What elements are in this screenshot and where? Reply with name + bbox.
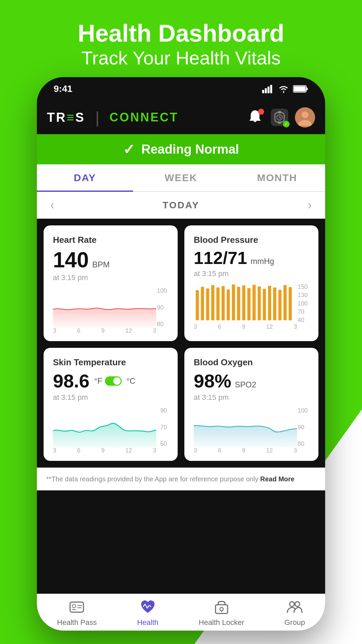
heart-rate-unit: BPM [92,260,110,269]
blood-oxygen-value: 98% [194,370,231,391]
heart-pulse-icon [139,598,157,615]
avatar[interactable] [295,107,315,127]
blood-oxygen-y-labels: 1009080 [298,407,309,447]
heart-rate-chart: 1009080 369123 [53,287,168,334]
watch-check-icon: ✓ [283,121,290,127]
tab-day[interactable]: DAY [37,164,133,191]
svg-point-14 [302,111,308,118]
svg-rect-0 [262,90,264,93]
tab-week[interactable]: WEEK [133,164,229,191]
svg-rect-16 [201,287,204,320]
svg-rect-18 [211,285,214,320]
wifi-icon [278,85,289,93]
blood-oxygen-x-labels: 369123 [194,447,297,454]
svg-rect-33 [289,287,292,320]
nav-group[interactable]: Group [285,598,305,627]
skin-temperature-card: Skin Temperature 98.6 °F °C at 3:15 pm [44,348,178,461]
blood-pressure-time: at 3:15 pm [194,269,309,278]
next-date-button[interactable]: › [308,198,312,212]
blood-oxygen-title: Blood Oxygen [194,357,309,368]
svg-point-35 [72,604,76,608]
svg-rect-9 [278,121,281,124]
svg-rect-24 [242,285,245,320]
bottom-nav: Health Pass Health Health Locker [37,594,325,631]
tab-month[interactable]: MONTH [229,164,325,191]
heart-rate-card: Heart Rate 140 BPM at 3:15 pm [44,225,178,341]
svg-rect-22 [232,284,235,320]
svg-point-43 [295,602,300,606]
header-icons: ✓ [247,107,315,127]
blood-pressure-x-labels: 369123 [194,323,297,330]
heart-rate-x-labels: 369123 [53,327,156,334]
blood-oxygen-time: at 3:15 pm [194,393,309,402]
id-card-icon [68,598,85,615]
blood-oxygen-chart: 1009080 369123 [194,407,309,454]
skin-temp-title: Skin Temperature [53,357,168,368]
app-header: TR≡S | CONNECT ✓ [37,101,325,134]
connect-label: CONNECT [110,110,179,124]
status-icons [262,85,308,93]
nav-health-locker[interactable]: Health Locker [199,598,244,627]
svg-rect-26 [252,285,255,320]
svg-rect-3 [270,85,272,93]
phone-frame: 9:41 TR≡S [37,77,325,631]
health-locker-label: Health Locker [199,618,244,627]
reading-bar: ✓ Reading Normal [37,134,325,164]
svg-rect-31 [278,290,281,320]
svg-point-42 [290,602,294,606]
skin-temp-value: 98.6 [53,372,89,390]
skin-temp-y-labels: 907050 [160,407,168,447]
notification-bell-icon[interactable] [247,109,264,126]
svg-rect-5 [306,88,308,90]
page-subtitle: Track Your Health Vitals [13,47,349,69]
svg-rect-39 [216,605,228,613]
svg-line-12 [280,117,281,118]
heart-rate-y-labels: 1009080 [157,287,168,328]
cards-grid: Heart Rate 140 BPM at 3:15 pm [37,219,325,468]
svg-rect-29 [268,286,271,320]
prev-date-button[interactable]: ‹ [50,198,54,212]
skin-temp-x-labels: 369123 [53,447,156,454]
logo: TR≡S [47,110,85,125]
svg-rect-34 [70,602,83,612]
skin-temp-unit-f: °F [94,376,102,386]
nav-health[interactable]: Health [137,598,159,627]
skin-temp-time: at 3:15 pm [53,393,168,402]
svg-rect-15 [196,290,199,320]
svg-rect-25 [247,288,250,320]
svg-rect-23 [237,287,240,320]
temp-unit-toggle[interactable] [105,376,122,386]
svg-rect-8 [278,111,281,113]
blood-pressure-value: 112/71 [194,248,247,268]
disclaimer: **The data readings provided by the App … [37,468,325,490]
notification-badge [258,109,264,115]
watch-icon[interactable]: ✓ [271,109,288,126]
svg-rect-32 [284,285,287,320]
svg-rect-19 [217,287,220,320]
blood-pressure-y-labels: 1501301007040 [298,283,309,324]
svg-rect-1 [265,88,267,93]
heart-rate-value: 140 [53,248,89,272]
reading-status: Reading Normal [141,142,239,157]
skin-temp-unit-c: °C [126,376,135,386]
heart-rate-title: Heart Rate [53,235,168,245]
nav-health-pass[interactable]: Health Pass [57,598,97,627]
health-pass-label: Health Pass [57,618,97,627]
tabs: DAY WEEK MONTH [37,164,325,192]
blood-oxygen-unit: SPO2 [235,380,256,389]
skin-temp-chart: 907050 369123 [53,407,168,454]
blood-pressure-unit: mmHg [251,257,275,266]
date-nav: ‹ TODAY › [37,192,325,219]
blood-pressure-title: Blood Pressure [194,235,309,245]
date-label: TODAY [163,200,199,211]
locker-icon [213,598,230,615]
svg-rect-28 [263,289,266,320]
read-more-link[interactable]: Read More [260,475,294,483]
blood-oxygen-card: Blood Oxygen 98% SPO2 at 3:15 pm [184,348,318,461]
battery-icon [293,85,308,93]
blood-pressure-card: Blood Pressure 112/71 mmHg at 3:15 pm [184,225,318,341]
svg-rect-20 [222,286,225,320]
blood-pressure-chart: 1501301007040 369123 [194,283,309,330]
health-label: Health [137,618,159,627]
svg-rect-21 [227,289,230,320]
